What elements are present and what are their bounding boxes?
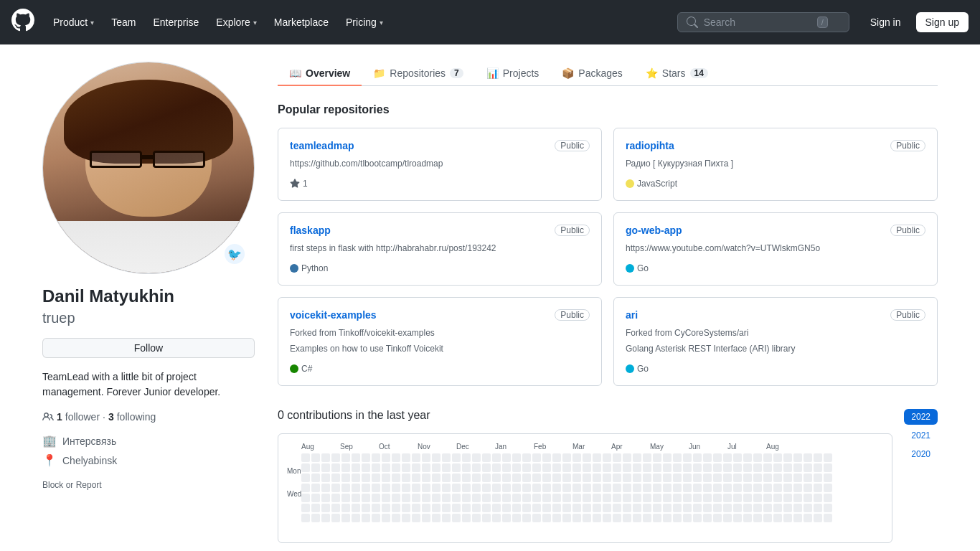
repo-name[interactable]: flaskapp [290, 225, 331, 236]
contrib-cell [301, 453, 310, 462]
contrib-cell [683, 474, 692, 482]
day-label [287, 478, 297, 488]
repo-name[interactable]: voicekit-examples [290, 309, 377, 321]
signup-button[interactable]: Sign up [916, 12, 969, 32]
repos-grid: teamleadmap Public https://github.com/tl… [278, 128, 938, 386]
contrib-column [653, 453, 661, 534]
github-logo[interactable] [11, 9, 34, 36]
contrib-cell [382, 453, 390, 462]
repo-card-flaskapp: flaskapp Public first steps in flask wit… [278, 212, 602, 286]
day-label [287, 512, 297, 522]
contrib-cell [683, 484, 692, 492]
contrib-cell [462, 504, 471, 512]
contrib-cell [341, 463, 350, 472]
contrib-cell [432, 453, 440, 462]
block-report-link[interactable]: Block or Report [42, 480, 102, 490]
contrib-cell [773, 474, 782, 482]
contrib-cell [422, 494, 430, 502]
tab-stars[interactable]: ⭐ Stars 14 [634, 62, 720, 86]
contrib-cell [352, 514, 360, 522]
contrib-cell [452, 514, 461, 522]
contrib-cell [301, 474, 310, 482]
contrib-cell [432, 484, 440, 492]
month-label: Jun [689, 443, 726, 451]
repo-description: Радио [ Кукурузная Пихта ] [626, 157, 925, 170]
year-button[interactable]: 2022 [904, 409, 938, 425]
contrib-cell [402, 453, 410, 462]
contrib-column [352, 453, 360, 534]
contrib-cell [512, 504, 521, 512]
contrib-cell [804, 514, 812, 522]
repo-name[interactable]: go-web-app [626, 225, 682, 236]
company-item: 🏢 Интерсвязь [42, 434, 255, 448]
following-count[interactable]: 3 [108, 411, 114, 423]
contrib-cell [743, 504, 752, 512]
contrib-cell [321, 484, 330, 492]
contrib-cell [462, 463, 471, 472]
contrib-cell [522, 494, 531, 502]
tab-projects[interactable]: 📊 Projects [475, 62, 551, 86]
contrib-cell [412, 484, 420, 492]
contrib-cell [804, 453, 812, 462]
contrib-cell [432, 514, 440, 522]
contrib-cell [763, 453, 772, 462]
repo-card-teamleadmap: teamleadmap Public https://github.com/tl… [278, 128, 602, 201]
contrib-cell [804, 474, 812, 482]
contrib-cell [512, 453, 521, 462]
contrib-cell [763, 504, 772, 512]
contrib-column [452, 453, 461, 534]
tab-packages[interactable]: 📦 Packages [550, 62, 633, 86]
lang-color-dot [290, 364, 298, 373]
follow-button[interactable]: Follow [42, 338, 255, 358]
contrib-cell [552, 514, 561, 522]
star-icon [290, 179, 300, 189]
year-button[interactable]: 2020 [904, 446, 938, 462]
contrib-cell [422, 514, 430, 522]
year-button[interactable]: 2021 [904, 428, 938, 443]
contrib-cell [673, 474, 682, 482]
contrib-cell [372, 484, 380, 492]
nav-product[interactable]: Product ▾ [46, 12, 101, 32]
tab-overview[interactable]: 📖 Overview [278, 62, 362, 86]
tab-repositories[interactable]: 📁 Repositories 7 [362, 62, 475, 86]
contrib-cell [703, 463, 712, 472]
contrib-cell [793, 514, 802, 522]
nav-marketplace[interactable]: Marketplace [267, 12, 336, 32]
contrib-cell [814, 453, 822, 462]
repo-name[interactable]: ari [626, 309, 638, 321]
repo-description-forked: Forked from Tinkoff/voicekit-examples [290, 326, 590, 339]
nav-pricing[interactable]: Pricing ▾ [339, 12, 390, 32]
contrib-cell [362, 494, 370, 502]
project-icon: 📊 [486, 67, 499, 79]
contrib-cell [763, 484, 772, 492]
followers-count[interactable]: 1 [57, 411, 62, 423]
search-box[interactable]: / [677, 12, 849, 32]
contrib-cell [542, 474, 551, 482]
contrib-cell [492, 484, 501, 492]
contrib-cell [653, 474, 661, 482]
contrib-cell [743, 494, 752, 502]
contrib-cell [753, 504, 762, 512]
contrib-cell [482, 504, 491, 512]
contrib-cell [512, 514, 521, 522]
repo-name[interactable]: teamleadmap [290, 140, 354, 151]
repo-name[interactable]: radiopihta [626, 140, 674, 151]
search-input[interactable] [704, 17, 811, 28]
contrib-cell [452, 463, 461, 472]
avatar [42, 62, 255, 274]
nav-enterprise[interactable]: Enterprise [146, 12, 206, 32]
contrib-cell [382, 504, 390, 512]
contrib-cell [623, 484, 631, 492]
contrib-column [382, 453, 390, 534]
contrib-column [482, 453, 491, 534]
nav-menu: Product ▾ Team Enterprise Explore ▾ Mark… [46, 12, 666, 32]
signin-button[interactable]: Sign in [861, 12, 910, 32]
contrib-cell [573, 484, 581, 492]
month-labels: AugSepOctNovDecJanFebMarAprMayJunJulAug [287, 443, 883, 451]
month-label: Jul [727, 443, 765, 451]
contrib-cell [743, 514, 752, 522]
nav-team[interactable]: Team [104, 12, 143, 32]
contrib-cell [653, 463, 661, 472]
contrib-cell [482, 463, 491, 472]
nav-explore[interactable]: Explore ▾ [209, 12, 263, 32]
